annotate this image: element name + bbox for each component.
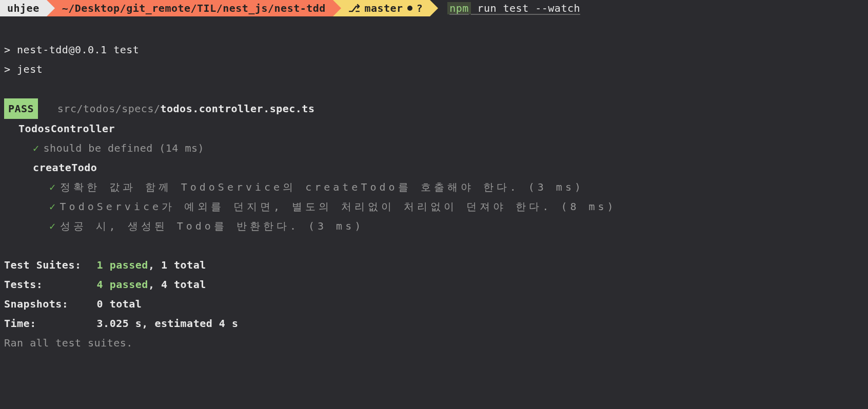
prompt-command-segment[interactable]: npm run test --watch <box>430 0 587 16</box>
summary-suites-total: , 1 total <box>148 259 206 271</box>
test-result: ✓성공 시, 생성된 Todo를 반환한다. (3 ms) <box>4 216 864 236</box>
prompt-user: uhjee <box>7 0 40 16</box>
summary-line: Tests: 4 passed, 4 total <box>4 275 864 294</box>
test-result: ✓TodoService가 예외를 던지면, 별도의 처리없이 처리없이 던져야… <box>4 197 864 216</box>
summary-ran: Ran all test suites. <box>4 333 864 353</box>
suite-name: TodosController <box>4 119 864 138</box>
prompt-branch-status: ? <box>417 0 423 16</box>
check-icon: ✓ <box>33 142 40 154</box>
test-result: ✓should be defined (14 ms) <box>4 138 864 158</box>
cmd-args: run test --watch <box>471 2 580 14</box>
chevron-right-icon <box>47 0 55 16</box>
prompt-branch-segment: ⎇ master ? <box>333 0 430 16</box>
prompt-user-segment: uhjee <box>0 0 47 16</box>
dirty-dot-icon <box>407 6 412 11</box>
pass-badge: PASS <box>4 98 38 119</box>
file-name: todos.controller.spec.ts <box>160 103 314 115</box>
check-icon: ✓ <box>49 181 56 193</box>
test-file-line: PASS src/todos/specs/todos.controller.sp… <box>4 98 864 119</box>
summary-tests-passed: 4 passed <box>97 278 148 291</box>
terminal-output[interactable]: > nest-tdd@0.0.1 test > jest PASS src/to… <box>0 16 868 357</box>
summary-time-val: 3.025 s, estimated 4 s <box>97 317 239 330</box>
prompt-bar[interactable]: uhjee ~/Desktop/git_remote/TIL/nest_js/n… <box>0 0 868 16</box>
prompt-path: ~/Desktop/git_remote/TIL/nest_js/nest-td… <box>62 0 326 16</box>
summary-time-label: Time: <box>4 314 90 333</box>
chevron-right-icon <box>430 0 438 16</box>
summary-snapshots-label: Snapshots: <box>4 294 90 314</box>
git-branch-icon: ⎇ <box>348 0 361 16</box>
summary-snapshots-val: 0 total <box>97 298 142 310</box>
summary-line: Time: 3.025 s, estimated 4 s <box>4 314 864 333</box>
summary-tests-total: , 4 total <box>148 278 206 291</box>
check-icon: ✓ <box>49 200 56 213</box>
cmd-npm: npm <box>447 2 471 14</box>
prompt-path-segment: ~/Desktop/git_remote/TIL/nest_js/nest-td… <box>47 0 333 16</box>
output-line: > jest <box>4 59 864 79</box>
suite-name: createTodo <box>4 158 864 177</box>
summary-line: Test Suites: 1 passed, 1 total <box>4 255 864 275</box>
output-line: > nest-tdd@0.0.1 test <box>4 40 864 59</box>
test-result: ✓정확한 값과 함께 TodoService의 createTodo를 호출해야… <box>4 177 864 197</box>
check-icon: ✓ <box>49 220 56 232</box>
chevron-right-icon <box>333 0 341 16</box>
prompt-branch: master <box>364 0 403 16</box>
file-dir: src/todos/specs/ <box>57 103 161 115</box>
summary-suites-label: Test Suites: <box>4 255 90 275</box>
summary-suites-passed: 1 passed <box>97 259 148 271</box>
summary-line: Snapshots: 0 total <box>4 294 864 314</box>
summary-tests-label: Tests: <box>4 275 90 294</box>
